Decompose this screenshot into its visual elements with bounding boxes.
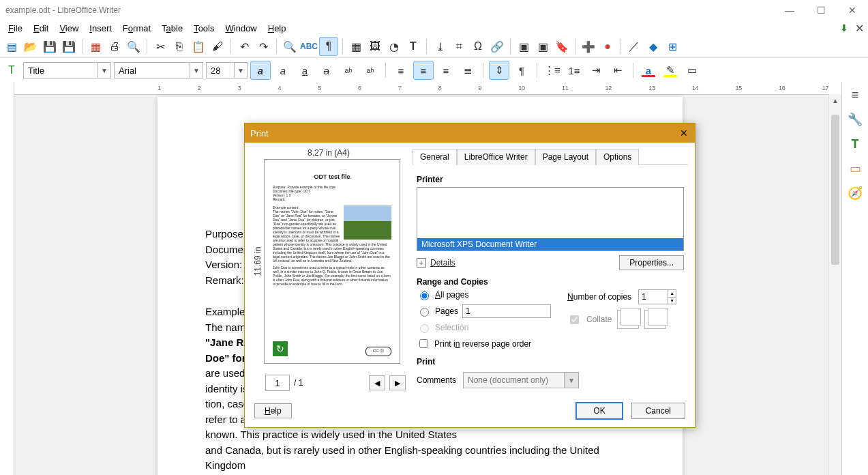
- footnote-icon[interactable]: ▣: [515, 38, 533, 55]
- window-close-button[interactable]: ✕: [837, 0, 868, 20]
- font-name-combo[interactable]: ▼: [114, 62, 203, 78]
- increase-indent-icon[interactable]: ⇥: [586, 61, 605, 79]
- close-document-button[interactable]: ✕: [855, 22, 864, 35]
- copies-input[interactable]: [639, 290, 668, 304]
- paragraph-style-combo[interactable]: ▼: [23, 62, 111, 78]
- preview-prev-button[interactable]: ◀: [369, 375, 385, 390]
- font-color-icon[interactable]: a: [639, 61, 658, 79]
- dialog-titlebar[interactable]: Print ✕: [245, 124, 695, 143]
- justify-icon[interactable]: ≣: [458, 61, 477, 79]
- sidebar-navigator-icon[interactable]: 🧭: [846, 184, 864, 202]
- properties-button[interactable]: Properties...: [619, 255, 684, 270]
- chevron-down-icon[interactable]: ▼: [190, 63, 203, 78]
- paragraph-bg-icon[interactable]: ▭: [683, 61, 702, 79]
- underline-icon[interactable]: a: [295, 61, 314, 79]
- sidebar-gallery-icon[interactable]: ▭: [846, 160, 864, 177]
- window-minimize-button[interactable]: ―: [774, 0, 805, 20]
- window-maximize-button[interactable]: ☐: [805, 0, 837, 20]
- redo-icon[interactable]: ↷: [254, 38, 272, 55]
- sidebar-styles-icon[interactable]: T: [846, 135, 864, 153]
- reverse-order-input[interactable]: [419, 339, 428, 348]
- scroll-thumb[interactable]: [831, 115, 839, 265]
- italic-icon[interactable]: a: [273, 61, 293, 79]
- align-right-icon[interactable]: ≡: [436, 61, 455, 79]
- strikethrough-icon[interactable]: a: [317, 61, 336, 79]
- sidebar-menu-icon[interactable]: ≡: [846, 86, 864, 104]
- scroll-up-icon[interactable]: ▲: [829, 94, 841, 106]
- styles-icon[interactable]: T: [3, 61, 20, 79]
- new-doc-icon[interactable]: ▤: [3, 38, 20, 55]
- chart-icon[interactable]: ◔: [385, 38, 403, 55]
- superscript-icon[interactable]: ab: [339, 61, 358, 79]
- decrease-indent-icon[interactable]: ⇤: [608, 61, 627, 79]
- field-icon[interactable]: ⌗: [450, 38, 468, 55]
- menu-help[interactable]: Help: [263, 22, 292, 35]
- menu-view[interactable]: View: [54, 22, 84, 35]
- align-center-icon[interactable]: ≡: [413, 61, 434, 80]
- ok-button[interactable]: OK: [575, 402, 623, 420]
- menu-edit[interactable]: Edit: [28, 22, 54, 35]
- copy-icon[interactable]: ⎘: [170, 38, 188, 55]
- menu-insert[interactable]: Insert: [84, 22, 117, 35]
- line-icon[interactable]: ／: [625, 38, 643, 55]
- textbox-icon[interactable]: T: [404, 38, 422, 55]
- line-spacing-icon[interactable]: ⇕: [489, 61, 509, 80]
- radio-pages-input[interactable]: [420, 308, 429, 317]
- details-toggle[interactable]: +Details: [417, 258, 455, 268]
- comment-icon[interactable]: ➕: [580, 38, 597, 55]
- chevron-down-icon[interactable]: ▼: [234, 63, 247, 78]
- bullet-list-icon[interactable]: ⋮≡: [543, 61, 562, 79]
- preview-page-input[interactable]: [265, 375, 290, 391]
- find-icon[interactable]: 🔍: [281, 38, 299, 55]
- save-as-icon[interactable]: 💾: [60, 38, 78, 55]
- spin-up-icon[interactable]: ▲: [668, 290, 676, 298]
- reverse-order-checkbox[interactable]: Print in reverse page order: [417, 337, 551, 350]
- font-size-combo[interactable]: ▼: [206, 62, 248, 78]
- paste-icon[interactable]: 📋: [190, 38, 207, 55]
- bold-icon[interactable]: a: [250, 61, 271, 80]
- printer-list[interactable]: Microsoft XPS Document Writer: [417, 187, 684, 251]
- print-icon[interactable]: 🖨: [106, 38, 123, 55]
- pdf-export-icon[interactable]: ▦: [87, 38, 104, 55]
- endnote-icon[interactable]: ▣: [534, 38, 552, 55]
- vertical-scrollbar[interactable]: ▲: [828, 94, 841, 475]
- track-changes-icon[interactable]: ●: [599, 38, 616, 55]
- page-break-icon[interactable]: ⤓: [431, 38, 449, 55]
- help-button[interactable]: Help: [254, 403, 292, 418]
- print-preview-icon[interactable]: 🔍: [125, 38, 143, 55]
- chevron-down-icon[interactable]: ▼: [98, 63, 110, 78]
- download-icon[interactable]: ⬇: [840, 23, 848, 33]
- save-icon[interactable]: 💾: [41, 38, 59, 55]
- draw-functions-icon[interactable]: ⊞: [663, 38, 681, 55]
- formatting-marks-icon[interactable]: ¶: [319, 37, 338, 56]
- paragraph-style-input[interactable]: [24, 66, 98, 76]
- radio-all-pages-input[interactable]: [420, 291, 429, 300]
- spellcheck-icon[interactable]: ABC: [300, 38, 318, 55]
- menu-window[interactable]: Window: [220, 22, 263, 35]
- printer-item-selected[interactable]: Microsoft XPS Document Writer: [417, 238, 683, 250]
- align-left-icon[interactable]: ≡: [391, 61, 410, 79]
- subscript-icon[interactable]: ab: [361, 61, 380, 79]
- menu-table[interactable]: Table: [156, 22, 188, 35]
- tab-options[interactable]: Options: [596, 149, 639, 165]
- tab-page-layout[interactable]: Page Layout: [535, 149, 596, 165]
- hyperlink-icon[interactable]: 🔗: [488, 38, 506, 55]
- menu-file[interactable]: File: [3, 22, 28, 35]
- open-icon[interactable]: 📂: [22, 38, 40, 55]
- clone-format-icon[interactable]: 🖌: [209, 38, 226, 55]
- menu-tools[interactable]: Tools: [188, 22, 220, 35]
- sidebar-properties-icon[interactable]: 🔧: [846, 111, 864, 128]
- radio-all-pages[interactable]: All pages: [417, 289, 551, 300]
- spin-down-icon[interactable]: ▼: [668, 298, 676, 304]
- special-char-icon[interactable]: Ω: [469, 38, 487, 55]
- radio-pages[interactable]: Pages: [417, 304, 551, 318]
- paragraph-spacing-icon[interactable]: ¶: [512, 61, 531, 79]
- image-icon[interactable]: 🖼: [366, 38, 384, 55]
- font-size-input[interactable]: [207, 66, 234, 76]
- basic-shapes-icon[interactable]: ◆: [644, 38, 662, 55]
- copies-spinner[interactable]: ▲▼: [638, 289, 676, 304]
- number-list-icon[interactable]: 1≡: [565, 61, 584, 79]
- undo-icon[interactable]: ↶: [235, 38, 253, 55]
- tab-writer[interactable]: LibreOffice Writer: [457, 149, 535, 165]
- dialog-close-button[interactable]: ✕: [677, 126, 691, 140]
